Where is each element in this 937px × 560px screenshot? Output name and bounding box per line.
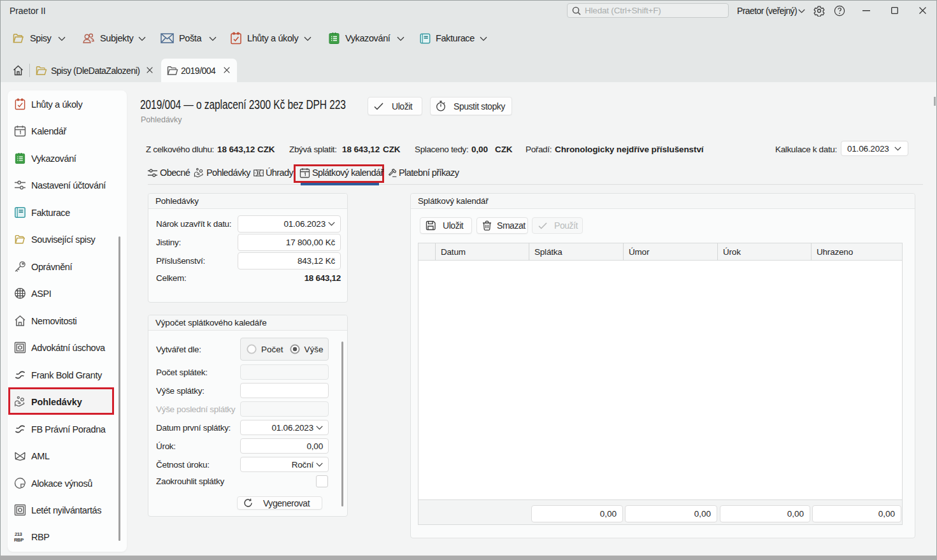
svg-text:RBP: RBP	[14, 537, 24, 543]
